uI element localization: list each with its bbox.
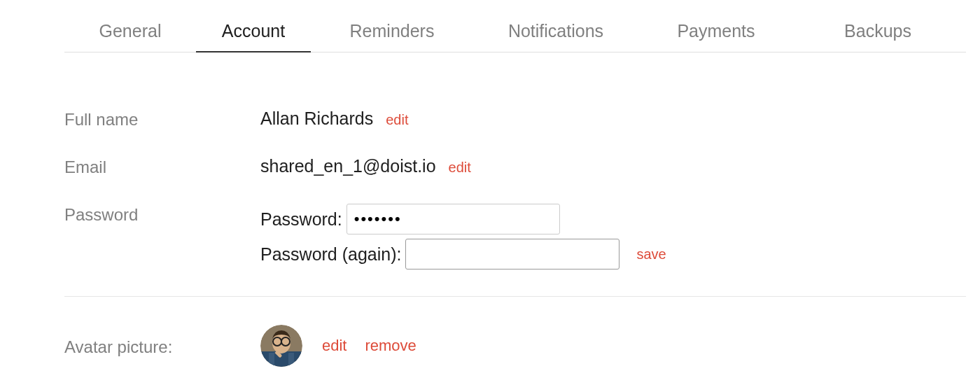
email-row: Email shared_en_1@doist.io edit: [64, 156, 966, 177]
avatar-row: Avatar picture:: [64, 325, 966, 367]
avatar-image: [260, 325, 302, 367]
svg-rect-3: [269, 353, 274, 367]
password-again-field-label: Password (again):: [260, 244, 401, 265]
svg-rect-4: [288, 353, 294, 367]
password-row: Password Password: Password (again): sav…: [64, 204, 966, 270]
email-edit-link[interactable]: edit: [449, 160, 471, 176]
full-name-label: Full name: [64, 108, 260, 130]
tab-general[interactable]: General: [64, 15, 196, 52]
email-value: shared_en_1@doist.io: [260, 156, 436, 176]
password-field-label: Password:: [260, 209, 342, 230]
full-name-row: Full name Allan Richards edit: [64, 108, 966, 130]
email-label: Email: [64, 156, 260, 177]
password-label: Password: [64, 204, 260, 225]
avatar-edit-link[interactable]: edit: [322, 337, 346, 355]
password-again-input[interactable]: [405, 239, 620, 270]
tab-backups[interactable]: Backups: [794, 15, 962, 52]
password-save-link[interactable]: save: [636, 246, 666, 262]
settings-tabs: General Account Reminders Notifications …: [64, 15, 966, 52]
tab-reminders[interactable]: Reminders: [311, 15, 473, 52]
full-name-edit-link[interactable]: edit: [386, 112, 408, 128]
full-name-value: Allan Richards: [260, 108, 373, 129]
section-divider: [64, 296, 966, 297]
avatar-label: Avatar picture:: [64, 325, 260, 357]
tab-payments[interactable]: Payments: [638, 15, 794, 52]
tab-notifications[interactable]: Notifications: [473, 15, 638, 52]
svg-rect-2: [260, 351, 302, 367]
avatar-remove-link[interactable]: remove: [365, 337, 416, 355]
password-input[interactable]: [346, 204, 560, 234]
tab-account[interactable]: Account: [196, 15, 311, 52]
